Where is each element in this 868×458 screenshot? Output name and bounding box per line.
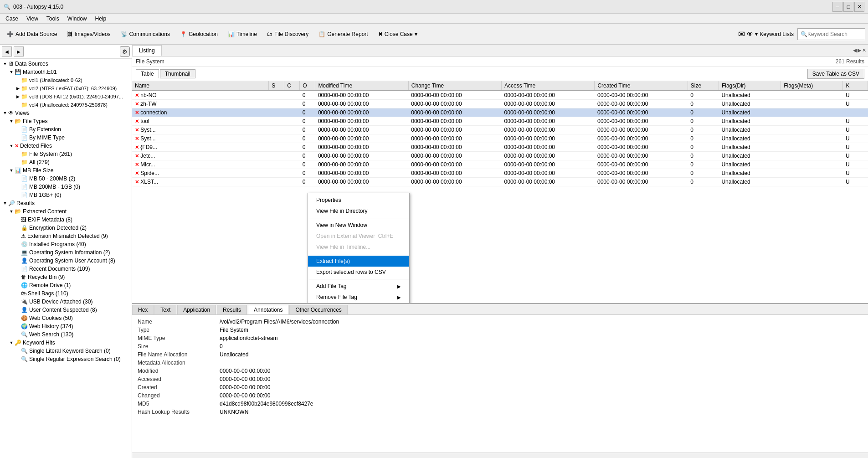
tree-by-mime[interactable]: 📄 By MIME Type xyxy=(1,134,131,142)
table-row[interactable]: ✕ Micr... 0 0000-00-00 00:00:00 0000-00-… xyxy=(132,160,868,169)
col-header-flags-dir[interactable]: Flags(Dir) xyxy=(719,81,781,91)
tree-data-sources[interactable]: ▼ 🖥 Data Sources xyxy=(1,60,131,68)
table-row[interactable]: ✕ nb-NO 0 0000-00-00 00:00:00 0000-00-00… xyxy=(132,91,868,100)
images-videos-button[interactable]: 🖼 Images/Videos xyxy=(63,29,114,39)
menu-tools[interactable]: Tools xyxy=(43,15,63,23)
keyword-lists-label[interactable]: Keyword Lists xyxy=(760,31,794,37)
tree-all-279[interactable]: 📁 All (279) xyxy=(1,158,131,166)
tree-shell-bags[interactable]: 🛍 Shell Bags (110) xyxy=(1,289,131,298)
generate-report-button[interactable]: 📋 Generate Report xyxy=(314,29,372,39)
col-header-k[interactable]: K xyxy=(843,81,868,91)
col-header-created-time[interactable]: Created Time xyxy=(595,81,688,91)
tree-mb-50-200[interactable]: 📄 MB 50 - 200MB (2) xyxy=(1,175,131,183)
tree-os-info[interactable]: 💻 Operating System Information (2) xyxy=(1,248,131,257)
tree-vol2[interactable]: ▶ 📁 vol2 (NTFS / exFAT (0x07): 63-224909… xyxy=(1,84,131,93)
tree-single-regex[interactable]: 🔍 Single Regular Expression Search (0) xyxy=(1,355,131,363)
settings-button[interactable]: ⚙ xyxy=(120,46,130,57)
tree-views[interactable]: ▼ 👁 Views xyxy=(1,109,131,117)
tree-file-types[interactable]: ▼ 📂 File Types xyxy=(1,117,131,125)
tree-recycle-bin[interactable]: 🗑 Recycle Bin (9) xyxy=(1,273,131,281)
ctx-properties[interactable]: Properties xyxy=(308,195,409,206)
table-row[interactable]: ✕ Syst... 0 0000-00-00 00:00:00 0000-00-… xyxy=(132,126,868,134)
tree-mantooth[interactable]: ▼ 💾 Mantooth.E01 xyxy=(1,68,131,76)
col-header-s[interactable]: S xyxy=(269,81,284,91)
tree-single-literal[interactable]: 🔍 Single Literal Keyword Search (0) xyxy=(1,347,131,355)
tab-annotations[interactable]: Annotations xyxy=(248,305,288,314)
forward-button[interactable]: ▶ xyxy=(14,46,24,57)
tree-extracted-content[interactable]: ▼ 📂 Extracted Content xyxy=(1,207,131,216)
col-header-flags-meta[interactable]: Flags(Meta) xyxy=(781,81,843,91)
tree-keyword-hits[interactable]: ▼ 🔑 Keyword Hits xyxy=(1,339,131,347)
tab-close-icon[interactable]: ✕ xyxy=(862,47,866,53)
tab-other-occurrences[interactable]: Other Occurrences xyxy=(289,305,347,314)
tree-mb-1gb[interactable]: 📄 MB 1GB+ (0) xyxy=(1,191,131,199)
add-data-source-button[interactable]: ➕ Add Data Source xyxy=(3,29,61,39)
file-discovery-button[interactable]: 🗂 File Discovery xyxy=(263,29,313,39)
communications-button[interactable]: 📡 Communications xyxy=(117,29,174,39)
col-header-c[interactable]: C xyxy=(284,81,300,91)
tree-recent-docs[interactable]: 📄 Recent Documents (109) xyxy=(1,265,131,273)
tree-vol3[interactable]: ▶ 📁 vol3 (DOS FAT12 (0x01): 224910-24097… xyxy=(1,93,131,101)
keyword-lists-area[interactable]: ✉ 👁 ▾ Keyword Lists xyxy=(738,29,794,39)
table-row[interactable]: ✕ Jetc... 0 0000-00-00 00:00:00 0000-00-… xyxy=(132,152,868,160)
listing-tab[interactable]: Listing xyxy=(132,45,162,56)
col-header-access-time[interactable]: Access Time xyxy=(502,81,595,91)
close-case-button[interactable]: ✖ Close Case ▾ xyxy=(374,29,421,39)
ctx-add-file-tag[interactable]: Add File Tag ▶ xyxy=(308,281,409,292)
ctx-view-timeline[interactable]: View File in Timeline... xyxy=(308,242,409,252)
tree-web-cookies[interactable]: 🍪 Web Cookies (50) xyxy=(1,314,131,322)
tree-file-system-261[interactable]: 📁 File System (261) xyxy=(1,150,131,158)
col-header-name[interactable]: Name xyxy=(132,81,269,91)
table-row[interactable]: ✕ zh-TW 0 0000-00-00 00:00:00 0000-00-00… xyxy=(132,100,868,108)
timeline-button[interactable]: 📊 Timeline xyxy=(224,29,261,39)
tree-vol1[interactable]: 📁 vol1 (Unallocated: 0-62) xyxy=(1,76,131,84)
ctx-export-csv[interactable]: Export selected rows to CSV xyxy=(308,267,409,278)
tab-text[interactable]: Text xyxy=(154,305,176,314)
tree-os-user[interactable]: 👤 Operating System User Account (8) xyxy=(1,257,131,265)
menu-view[interactable]: View xyxy=(23,15,42,23)
tab-results[interactable]: Results xyxy=(217,305,247,314)
tab-hex[interactable]: Hex xyxy=(132,305,154,314)
menu-window[interactable]: Window xyxy=(64,15,91,23)
table-row[interactable]: ✕ connection 0 0000-00-00 00:00:00 0000-… xyxy=(132,108,868,117)
tree-user-content[interactable]: 👤 User Content Suspected (8) xyxy=(1,306,131,314)
table-row[interactable]: ✕ Syst... 0 0000-00-00 00:00:00 0000-00-… xyxy=(132,134,868,143)
table-row[interactable]: ✕ Spide... 0 0000-00-00 00:00:00 0000-00… xyxy=(132,169,868,178)
keyword-search-box[interactable]: 🔍 xyxy=(797,28,865,40)
ctx-remove-file-tag[interactable]: Remove File Tag ▶ xyxy=(308,292,409,303)
thumbnail-view-tab[interactable]: Thumbnail xyxy=(160,69,195,78)
ctx-extract-files[interactable]: Extract File(s) xyxy=(308,256,409,267)
tree-mb-file-size[interactable]: ▼ 📊 MB File Size xyxy=(1,166,131,175)
tree-results[interactable]: ▼ 🔎 Results xyxy=(1,199,131,207)
col-header-size[interactable]: Size xyxy=(688,81,719,91)
menu-case[interactable]: Case xyxy=(2,15,22,23)
ctx-view-new-window[interactable]: View in New Window xyxy=(308,220,409,231)
ctx-open-external[interactable]: Open in External Viewer Ctrl+E xyxy=(308,231,409,242)
ctx-view-file-in-dir[interactable]: View File in Directory xyxy=(308,206,409,216)
table-row[interactable]: ✕ tool 0 0000-00-00 00:00:00 0000-00-00 … xyxy=(132,117,868,126)
minimize-button[interactable]: ─ xyxy=(832,2,842,12)
tab-nav-left-icon[interactable]: ◀ xyxy=(853,47,857,53)
table-row[interactable]: ✕ {FD9... 0 0000-00-00 00:00:00 0000-00-… xyxy=(132,143,868,152)
keyword-search-input[interactable] xyxy=(807,31,862,37)
tree-remote-drive[interactable]: 🌐 Remote Drive (1) xyxy=(1,281,131,289)
col-header-modified-time[interactable]: Modified Time xyxy=(315,81,408,91)
tree-web-search[interactable]: 🔍 Web Search (130) xyxy=(1,330,131,339)
table-view-tab[interactable]: Table xyxy=(136,69,159,78)
tab-application[interactable]: Application xyxy=(177,305,216,314)
tab-nav-right-icon[interactable]: ▶ xyxy=(858,47,861,53)
tree-mb-200-1gb[interactable]: 📄 MB 200MB - 1GB (0) xyxy=(1,183,131,191)
window-controls[interactable]: ─ □ ✕ xyxy=(832,2,864,12)
bottom-scrollbar[interactable] xyxy=(132,453,868,458)
tree-vol4[interactable]: 📁 vol4 (Unallocated: 240975-250878) xyxy=(1,101,131,109)
close-button[interactable]: ✕ xyxy=(854,2,864,12)
save-table-button[interactable]: Save Table as CSV xyxy=(807,69,864,79)
tree-ext-mismatch[interactable]: ⚠ Extension Mismatch Detected (9) xyxy=(1,232,131,240)
maximize-button[interactable]: □ xyxy=(843,2,853,12)
back-button[interactable]: ◀ xyxy=(2,46,12,57)
tree-by-extension[interactable]: 📄 By Extension xyxy=(1,125,131,134)
tree-exif[interactable]: 🖼 EXIF Metadata (8) xyxy=(1,216,131,224)
tree-web-history[interactable]: 🌍 Web History (374) xyxy=(1,322,131,330)
menu-help[interactable]: Help xyxy=(92,15,110,23)
tree-installed-programs[interactable]: 💿 Installed Programs (40) xyxy=(1,240,131,248)
